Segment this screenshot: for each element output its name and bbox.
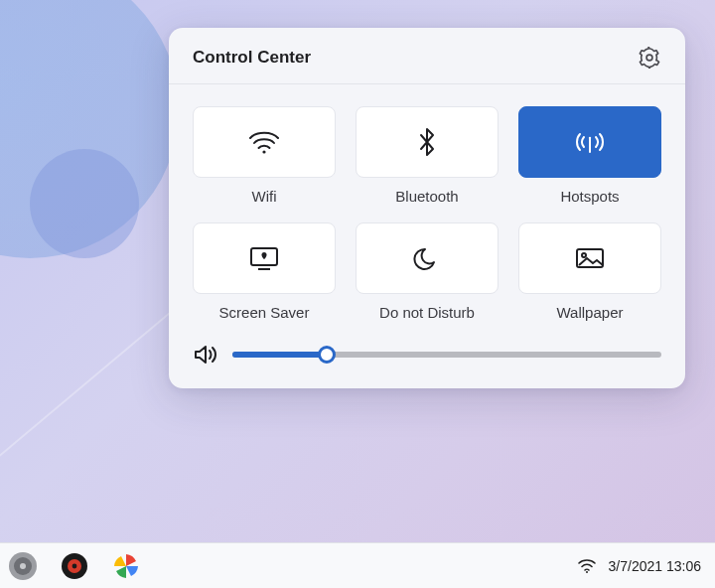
volume-slider[interactable] [232, 352, 661, 358]
tile-label: Hotspots [560, 188, 619, 205]
taskbar-app-media[interactable] [58, 549, 91, 583]
tray-clock[interactable]: 3/7/2021 13:06 [609, 558, 701, 574]
tile-label: Screen Saver [219, 304, 310, 321]
svg-point-1 [262, 150, 265, 153]
volume-icon [193, 343, 218, 367]
tile-wrap-wifi: Wifi [193, 106, 336, 205]
tile-wrap-wallpaper: Wallpaper [518, 222, 661, 321]
settings-button[interactable] [638, 46, 661, 70]
bluetooth-icon [417, 127, 437, 157]
control-center-title: Control Center [193, 48, 311, 68]
image-icon [573, 245, 607, 271]
svg-point-13 [72, 563, 77, 568]
tile-label: Wifi [252, 188, 277, 205]
bluetooth-tile[interactable] [356, 106, 499, 178]
disc-gear-icon [8, 551, 38, 581]
dnd-tile[interactable] [356, 222, 499, 294]
tile-wrap-dnd: Do not Disturb [356, 222, 499, 321]
hotspot-icon [572, 128, 608, 156]
volume-row [169, 331, 685, 367]
control-center-header: Control Center [169, 28, 685, 84]
svg-point-14 [586, 571, 588, 573]
svg-point-3 [589, 137, 591, 139]
pinwheel-icon [111, 551, 141, 581]
volume-thumb[interactable] [318, 346, 336, 364]
tile-wrap-bluetooth: Bluetooth [356, 106, 499, 205]
taskbar-right: 3/7/2021 13:06 [577, 558, 701, 574]
tile-label: Bluetooth [395, 188, 458, 205]
control-center-panel: Control Center Wifi [169, 28, 685, 388]
svg-point-0 [646, 55, 652, 61]
hotspots-tile[interactable] [518, 106, 661, 178]
screensaver-tile[interactable] [193, 222, 336, 294]
moon-icon [413, 244, 441, 272]
screensaver-icon [246, 244, 282, 272]
wallpaper-tile[interactable] [518, 222, 661, 294]
taskbar-left [6, 549, 143, 583]
tile-wrap-screensaver: Screen Saver [193, 222, 336, 321]
tray-wifi-icon[interactable] [577, 558, 597, 574]
control-center-grid: Wifi Bluetooth [169, 84, 685, 331]
volume-fill [232, 352, 327, 358]
svg-point-10 [20, 563, 26, 569]
taskbar-app-photos[interactable] [109, 549, 143, 583]
wifi-tile[interactable] [193, 106, 336, 178]
taskbar: 3/7/2021 13:06 [0, 542, 715, 588]
wallpaper-shape [30, 149, 139, 258]
tile-wrap-hotspots: Hotspots [518, 106, 661, 205]
desktop: Control Center Wifi [0, 0, 715, 588]
record-icon [60, 551, 89, 581]
wifi-icon [247, 129, 281, 155]
taskbar-app-settings[interactable] [6, 549, 40, 583]
tile-label: Wallpaper [557, 304, 624, 321]
gear-icon [639, 47, 660, 69]
tile-label: Do not Disturb [379, 304, 475, 321]
svg-point-7 [582, 253, 586, 257]
